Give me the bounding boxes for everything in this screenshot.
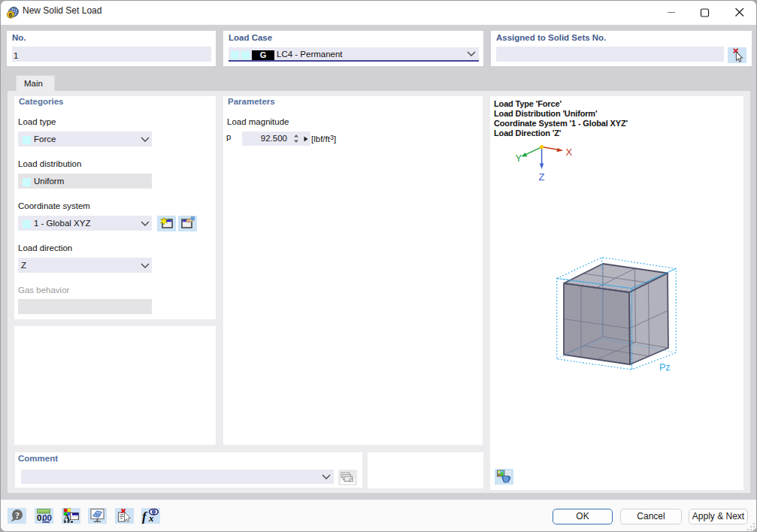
- svg-text:X: X: [566, 147, 573, 158]
- svg-text:?: ?: [15, 510, 20, 521]
- svg-text:Pz: Pz: [659, 362, 671, 373]
- svg-text:00: 00: [42, 513, 52, 522]
- svg-text:Y: Y: [516, 153, 522, 164]
- svg-text:f: f: [142, 509, 148, 524]
- svg-text:A: A: [63, 512, 70, 523]
- svg-text:6: 6: [8, 11, 12, 19]
- svg-text:Z: Z: [539, 171, 545, 183]
